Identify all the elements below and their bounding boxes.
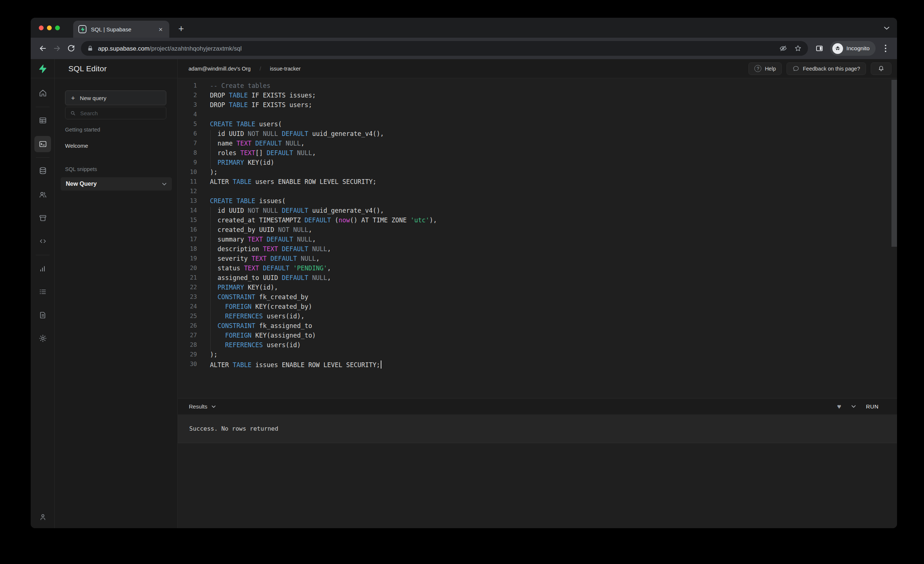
code-line[interactable]: );	[178, 168, 890, 178]
new-query-label: New query	[80, 95, 106, 101]
search-tabs-chevron-icon[interactable]	[882, 25, 891, 31]
forward-button[interactable]	[50, 41, 64, 55]
code-line[interactable]: id UUID NOT NULL DEFAULT uuid_generate_v…	[178, 130, 890, 140]
rail-reports-icon[interactable]	[34, 261, 51, 277]
code-line[interactable]: ALTER TABLE users ENABLE ROW LEVEL SECUR…	[178, 178, 890, 188]
sidebar-item-new-query[interactable]: New Query	[61, 177, 172, 191]
bookmark-star-icon[interactable]	[794, 44, 802, 52]
breadcrumb-project[interactable]: issue-tracker	[270, 66, 300, 72]
code-token: users ENABLE ROW LEVEL SECURITY;	[252, 178, 376, 186]
code-line[interactable]: DROP TABLE IF EXISTS users;	[178, 101, 890, 111]
code-line[interactable]: );	[178, 351, 890, 361]
rail-auth-users-icon[interactable]	[34, 187, 51, 203]
breadcrumb-org[interactable]: adam@windmill.dev's Org	[189, 66, 250, 72]
results-chevron-icon[interactable]	[212, 405, 216, 408]
code-token: () AT TIME ZONE	[350, 217, 411, 224]
code-token: TEXT	[252, 255, 267, 262]
code-token: REFERENCES	[225, 341, 263, 349]
code-line[interactable]: -- Create tables	[178, 82, 890, 91]
code-line[interactable]: severity TEXT DEFAULT NULL,	[178, 255, 890, 265]
rail-logs-icon[interactable]	[34, 284, 51, 300]
code-line[interactable]: FOREIGN KEY(created_by)	[178, 303, 890, 313]
help-button[interactable]: ? Help	[748, 63, 782, 75]
results-dropdown-label[interactable]: Results	[189, 403, 207, 410]
code-line[interactable]: REFERENCES users(id),	[178, 313, 890, 322]
lock-icon[interactable]	[87, 45, 93, 52]
code-line[interactable]: CONSTRAINT fk_assigned_to	[178, 322, 890, 332]
plus-icon: +	[71, 94, 75, 102]
code-line[interactable]: id UUID NOT NULL DEFAULT uuid_generate_v…	[178, 207, 890, 217]
section-label-getting-started: Getting started	[65, 127, 100, 133]
rail-table-editor-icon[interactable]	[34, 112, 51, 129]
feedback-button[interactable]: Feedback on this page?	[786, 63, 866, 75]
editor-scrollbar-thumb[interactable]	[891, 80, 897, 247]
code-line[interactable]: CREATE TABLE users(	[178, 120, 890, 130]
browser-menu-icon[interactable]	[879, 41, 892, 55]
rail-home-icon[interactable]	[34, 85, 51, 101]
code-token	[278, 207, 282, 214]
code-token: KEY(id)	[244, 159, 274, 166]
code-token: ,	[316, 255, 320, 262]
code-line[interactable]: FOREIGN KEY(assigned_to)	[178, 332, 890, 341]
rail-api-icon[interactable]	[34, 233, 51, 249]
chevron-down-icon[interactable]	[162, 183, 167, 186]
search-input[interactable]	[80, 110, 162, 116]
code-token: status	[210, 265, 244, 272]
browser-window: SQL | Supabase × + app.supa	[31, 18, 897, 528]
code-lines[interactable]: -- Create tablesDROP TABLE IF EXISTS iss…	[178, 82, 890, 370]
code-token: NOT NULL	[248, 207, 278, 214]
rail-storage-icon[interactable]	[34, 210, 51, 226]
rail-sql-editor-icon[interactable]	[34, 136, 51, 152]
code-line[interactable]: status TEXT DEFAULT 'PENDING',	[178, 265, 890, 274]
code-token	[293, 149, 297, 157]
code-line[interactable]: DROP TABLE IF EXISTS issues;	[178, 91, 890, 101]
new-tab-button[interactable]: +	[174, 21, 188, 36]
code-line[interactable]	[178, 188, 890, 197]
supabase-logo-icon[interactable]	[31, 59, 55, 78]
code-token: PRIMARY	[218, 159, 244, 166]
code-line[interactable]: PRIMARY KEY(id)	[178, 159, 890, 168]
back-button[interactable]	[36, 41, 50, 55]
code-line[interactable]: ALTER TABLE issues ENABLE ROW LEVEL SECU…	[178, 361, 890, 370]
code-line[interactable]: summary TEXT DEFAULT NULL,	[178, 236, 890, 245]
reload-button[interactable]	[64, 41, 78, 55]
code-line[interactable]	[178, 111, 890, 120]
side-panel-icon[interactable]	[812, 41, 826, 55]
code-line[interactable]: created_by UUID NOT NULL,	[178, 226, 890, 236]
code-line[interactable]: name TEXT DEFAULT NULL,	[178, 140, 890, 149]
notifications-button[interactable]	[871, 63, 891, 75]
minimize-window-button[interactable]	[47, 25, 52, 30]
code-line[interactable]: CREATE TABLE issues(	[178, 197, 890, 207]
header-actions: ? Help Feedback on this page?	[748, 59, 897, 78]
code-token: 'PENDING'	[293, 265, 327, 272]
new-query-button[interactable]: + New query	[65, 90, 166, 105]
search-box[interactable]	[65, 107, 166, 119]
rail-settings-icon[interactable]	[34, 330, 51, 346]
code-token: ALTER	[210, 361, 232, 369]
code-line[interactable]: CONSTRAINT fk_created_by	[178, 293, 890, 303]
zoom-window-button[interactable]	[55, 25, 60, 30]
code-token: created_at TIMESTAMPTZ	[210, 217, 304, 224]
code-line[interactable]: description TEXT DEFAULT NULL,	[178, 245, 890, 255]
sidebar-item-welcome[interactable]: Welcome	[65, 142, 88, 149]
code-line[interactable]: roles TEXT[] DEFAULT NULL,	[178, 149, 890, 159]
rail-database-icon[interactable]	[34, 163, 51, 179]
rail-account-icon[interactable]	[34, 509, 51, 525]
password-reveal-icon[interactable]	[779, 44, 787, 52]
code-token	[297, 255, 300, 262]
browser-tab[interactable]: SQL | Supabase ×	[73, 21, 169, 38]
code-line[interactable]: REFERENCES users(id)	[178, 341, 890, 351]
code-token	[263, 236, 267, 243]
rail-docs-icon[interactable]	[34, 307, 51, 323]
code-line[interactable]: created_at TIMESTAMPTZ DEFAULT (now() AT…	[178, 217, 890, 226]
favorite-heart-icon[interactable]: ♥	[837, 403, 841, 410]
code-line[interactable]: assigned_to UUID DEFAULT NULL,	[178, 274, 890, 284]
code-line[interactable]: PRIMARY KEY(id),	[178, 284, 890, 293]
code-editor[interactable]: 1234567891011121314151617181920212223242…	[178, 78, 897, 398]
run-button[interactable]: RUN	[866, 403, 879, 410]
address-bar[interactable]: app.supabase.com/project/azahtnhqohyjerz…	[81, 41, 808, 56]
tab-close-icon[interactable]: ×	[157, 25, 164, 34]
run-options-chevron-icon[interactable]	[851, 405, 856, 408]
close-window-button[interactable]	[39, 25, 44, 30]
code-token: DROP	[210, 91, 229, 99]
